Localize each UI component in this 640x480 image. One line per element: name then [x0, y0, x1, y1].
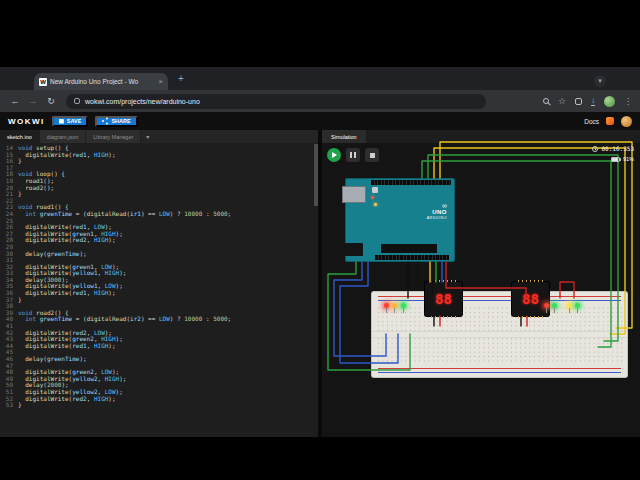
code-line: 16} [0, 158, 314, 165]
arduino-power-jack [343, 243, 363, 256]
tab-title: New Arduino Uno Project - Wo [50, 78, 155, 85]
site-info-icon[interactable] [74, 98, 80, 104]
code-text: digitalWrite(red2, HIGH); [18, 396, 116, 403]
letterbox-bottom [0, 437, 640, 480]
code-line: 46 delay(greenTime); [0, 356, 314, 363]
breadboard-rail-negative-top [378, 300, 621, 301]
user-avatar[interactable] [621, 116, 632, 127]
code-text: digitalWrite(red2, HIGH); [18, 237, 116, 244]
arduino-usb-port [342, 186, 366, 203]
led[interactable] [544, 303, 549, 308]
tab-diagram-json[interactable]: diagram.json [40, 130, 87, 143]
led[interactable] [392, 303, 397, 308]
pause-icon-bar [354, 152, 356, 158]
code-text: digitalWrite(red1, HIGH); [18, 152, 116, 159]
back-icon[interactable]: ← [8, 96, 22, 106]
display-1-digits: 88 [435, 291, 452, 307]
circuit-area[interactable]: ∞ UNO ARDUINO 88 88 [322, 130, 640, 437]
browser-menu-icon[interactable]: ⋮ [624, 97, 632, 106]
pause-button[interactable] [346, 148, 360, 162]
arduino-infinity-icon: ∞ [427, 202, 447, 209]
download-icon[interactable]: ↓ [591, 97, 595, 106]
code-text: } [18, 158, 22, 165]
seven-segment-display-2[interactable]: 88 [512, 282, 549, 316]
code-editor-panel: sketch.ino diagram.json Library Manager … [0, 130, 318, 437]
share-button[interactable]: SHARE [95, 116, 137, 127]
extensions-icon[interactable] [575, 98, 582, 105]
stop-icon [370, 153, 375, 158]
browser-profile-avatar[interactable] [604, 96, 615, 107]
tab-close-icon[interactable]: × [158, 78, 163, 86]
search-icon[interactable] [543, 98, 549, 104]
code-line: 40 int greenTime = (digitalRead(ir2) == … [0, 316, 314, 323]
code-line: 53} [0, 402, 314, 409]
code-text: digitalWrite(red1, HIGH); [18, 343, 116, 350]
browser-tab[interactable]: W New Arduino Uno Project - Wo × [34, 73, 168, 90]
arduino-pin-header-top[interactable] [371, 180, 451, 185]
code-text: digitalWrite(red1, HIGH); [18, 290, 116, 297]
forward-icon[interactable]: → [26, 96, 40, 106]
code-lines[interactable]: 14void setup() {15 digitalWrite(red1, HI… [0, 145, 314, 437]
browser-toolbar: ← → ↻ wokwi.com/projects/new/arduino-uno… [0, 90, 640, 112]
led[interactable] [401, 303, 406, 308]
wokwi-logo[interactable]: WOKWI [8, 117, 45, 126]
code-text: delay(greenTime); [18, 356, 87, 363]
stop-button[interactable] [365, 148, 379, 162]
arduino-reset-button[interactable] [372, 187, 378, 193]
code-text: } [18, 402, 22, 409]
code-text: } [18, 297, 22, 304]
code-line: 30 delay(greenTime); [0, 251, 314, 258]
wokwi-favicon-icon: W [39, 78, 47, 86]
letterbox-top [0, 0, 640, 67]
tab-search-button[interactable]: ▾ [594, 75, 606, 87]
breadboard[interactable] [372, 292, 627, 377]
led[interactable] [552, 303, 557, 308]
save-icon [59, 119, 64, 124]
screen: W New Arduino Uno Project - Wo × + ▾ ← →… [0, 0, 640, 480]
breadboard-rail-positive-bottom [378, 368, 621, 369]
arduino-power-led [371, 196, 374, 199]
arduino-mcu-chip [381, 244, 437, 253]
code-text: int greenTime = (digitalRead(ir2) == LOW… [18, 316, 231, 323]
led[interactable] [575, 303, 580, 308]
code-line: 37} [0, 297, 314, 304]
docs-link[interactable]: Docs [584, 118, 599, 125]
clock-icon [592, 146, 598, 152]
editor-tabs-chevron-down-icon[interactable]: ▾ [141, 130, 154, 143]
wokwi-header: WOKWI SAVE SHARE Docs [0, 112, 640, 130]
share-icon [102, 120, 104, 122]
code-line: 52 digitalWrite(red2, HIGH); [0, 396, 314, 403]
promo-icon[interactable] [606, 117, 614, 125]
new-tab-button[interactable]: + [178, 74, 184, 84]
code-text: } [18, 191, 22, 198]
play-button[interactable] [327, 148, 341, 162]
tab-sketch-ino[interactable]: sketch.ino [0, 130, 40, 143]
tab-library-manager[interactable]: Library Manager [86, 130, 141, 143]
code-text: int greenTime = (digitalRead(ir1) == LOW… [18, 211, 231, 218]
code-line: 21} [0, 191, 314, 198]
seven-segment-display-1[interactable]: 88 [425, 282, 462, 316]
reload-icon[interactable]: ↻ [44, 96, 58, 106]
code-line: 44 digitalWrite(red1, HIGH); [0, 343, 314, 350]
code-line: 24 int greenTime = (digitalRead(ir1) == … [0, 211, 314, 218]
address-bar[interactable]: wokwi.com/projects/new/arduino-uno [66, 94, 486, 109]
save-button[interactable]: SAVE [52, 116, 89, 127]
code-line: 20 road2(); [0, 185, 314, 192]
arduino-brand-label: ARDUINO [427, 216, 447, 220]
code-text: delay(greenTime); [18, 251, 87, 258]
arduino-pin-header-bottom[interactable] [375, 255, 449, 260]
share-label: SHARE [111, 118, 130, 124]
led[interactable] [384, 303, 389, 308]
pause-icon [350, 152, 352, 158]
bookmark-star-icon[interactable]: ☆ [558, 97, 566, 106]
header-actions: Docs [584, 116, 632, 127]
led[interactable] [567, 303, 572, 308]
arduino-silkscreen: ∞ UNO ARDUINO [427, 202, 447, 220]
simulation-panel: Simulation 00:16.353 91% [322, 130, 640, 437]
save-label: SAVE [67, 118, 82, 124]
breadboard-rail-positive-top [378, 296, 621, 297]
code-line: 36 digitalWrite(red1, HIGH); [0, 290, 314, 297]
display-2-digits: 88 [522, 291, 539, 307]
arduino-uno-board[interactable]: ∞ UNO ARDUINO [345, 178, 455, 262]
workspace: sketch.ino diagram.json Library Manager … [0, 130, 640, 437]
